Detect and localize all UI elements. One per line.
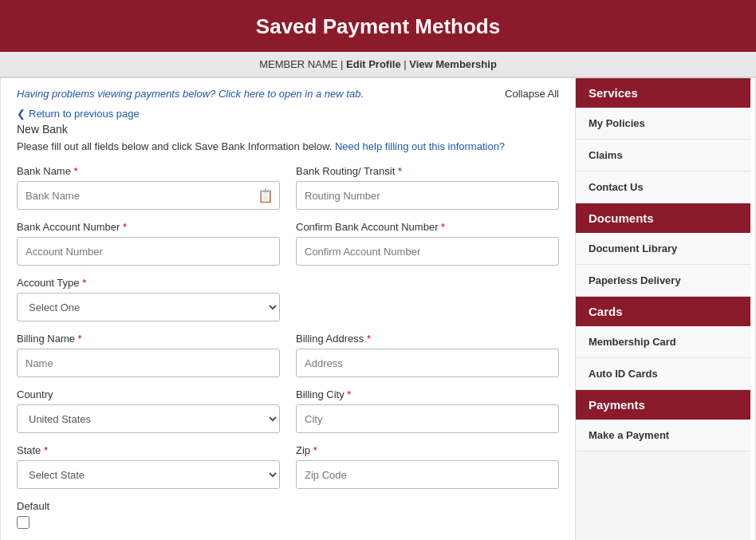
state-group: State * Select State Alabama Alaska Ariz… bbox=[17, 444, 280, 489]
default-group: Default bbox=[17, 500, 559, 531]
info-link[interactable]: Having problems viewing payments below? … bbox=[17, 88, 364, 100]
member-name: MEMBER NAME bbox=[259, 58, 337, 70]
sidebar-section-payments: Payments bbox=[576, 390, 750, 420]
required-marker-confirm: * bbox=[441, 221, 445, 233]
form-row-2: Bank Account Number * Confirm Bank Accou… bbox=[17, 221, 559, 266]
required-marker-routing: * bbox=[398, 165, 402, 177]
edit-profile-link[interactable]: Edit Profile bbox=[346, 58, 401, 70]
sidebar-item-membership-card[interactable]: Membership Card bbox=[576, 326, 750, 358]
routing-input[interactable] bbox=[296, 181, 559, 210]
billing-name-label: Billing Name * bbox=[17, 333, 280, 345]
billing-city-label: Billing City * bbox=[296, 388, 559, 400]
view-membership-link[interactable]: View Membership bbox=[409, 58, 497, 70]
account-type-group: Account Type * Select One Checking Savin… bbox=[17, 277, 280, 321]
bank-name-label: Bank Name * bbox=[17, 165, 280, 177]
required-marker-type: * bbox=[82, 277, 86, 289]
required-marker: * bbox=[74, 165, 78, 177]
required-marker-zip: * bbox=[313, 444, 317, 456]
billing-name-group: Billing Name * bbox=[17, 333, 280, 377]
fill-instructions: Please fill out all fields below and cli… bbox=[17, 140, 559, 152]
page-header: Saved Payment Methods bbox=[0, 0, 756, 52]
confirm-account-input[interactable] bbox=[296, 237, 559, 266]
sidebar: Services My Policies Claims Contact Us D… bbox=[575, 78, 750, 540]
form-row-3: Account Type * Select One Checking Savin… bbox=[17, 277, 559, 321]
sidebar-item-contact-us[interactable]: Contact Us bbox=[576, 171, 750, 203]
required-marker-city: * bbox=[347, 388, 351, 400]
billing-name-input[interactable] bbox=[17, 349, 280, 377]
zip-group: Zip * bbox=[296, 444, 559, 489]
sidebar-item-auto-id-cards[interactable]: Auto ID Cards bbox=[576, 358, 750, 390]
collapse-all-link[interactable]: Collapse All bbox=[505, 88, 559, 100]
account-number-input[interactable] bbox=[17, 237, 280, 266]
top-bar: Having problems viewing payments below? … bbox=[17, 88, 559, 100]
country-select[interactable]: United States Canada bbox=[17, 404, 280, 433]
required-marker-baddress: * bbox=[367, 333, 371, 345]
default-checkbox[interactable] bbox=[17, 516, 30, 529]
form-row-5: Country United States Canada Billing Cit… bbox=[17, 388, 559, 433]
routing-label: Bank Routing/ Transit * bbox=[296, 165, 559, 177]
bank-name-group: Bank Name * 📋 bbox=[17, 165, 280, 210]
account-type-select[interactable]: Select One Checking Savings bbox=[17, 293, 280, 321]
page-title: Saved Payment Methods bbox=[0, 14, 756, 39]
zip-input[interactable] bbox=[296, 460, 559, 489]
state-select[interactable]: Select State Alabama Alaska Arizona Cali… bbox=[17, 460, 280, 489]
new-bank-label: New Bank bbox=[17, 123, 559, 136]
billing-city-group: Billing City * bbox=[296, 388, 559, 433]
billing-city-input[interactable] bbox=[296, 404, 559, 433]
state-label: State * bbox=[17, 444, 280, 456]
help-link[interactable]: Need help filling out this information? bbox=[335, 140, 505, 152]
required-marker-bname: * bbox=[78, 333, 82, 345]
confirm-account-label: Confirm Bank Account Number * bbox=[296, 221, 559, 233]
sidebar-section-cards: Cards bbox=[576, 297, 750, 326]
account-type-spacer bbox=[296, 277, 559, 321]
billing-address-group: Billing Address * bbox=[296, 333, 559, 377]
default-label: Default bbox=[17, 500, 559, 512]
sidebar-item-paperless-delivery[interactable]: Paperless Delivery bbox=[576, 265, 750, 297]
form-row-1: Bank Name * 📋 Bank Routing/ Transit * bbox=[17, 165, 559, 210]
confirm-account-group: Confirm Bank Account Number * bbox=[296, 221, 559, 266]
chevron-left-icon: ❮ bbox=[17, 108, 26, 120]
form-row-6: State * Select State Alabama Alaska Ariz… bbox=[17, 444, 559, 489]
form-row-4: Billing Name * Billing Address * bbox=[17, 333, 559, 377]
sidebar-section-services: Services bbox=[576, 78, 750, 108]
content-area: Having problems viewing payments below? … bbox=[1, 78, 575, 540]
account-number-group: Bank Account Number * bbox=[17, 221, 280, 266]
bank-name-input-wrapper: 📋 bbox=[17, 181, 280, 210]
required-marker-state: * bbox=[44, 444, 48, 456]
billing-address-label: Billing Address * bbox=[296, 333, 559, 345]
sidebar-section-documents: Documents bbox=[576, 203, 750, 233]
sidebar-item-document-library[interactable]: Document Library bbox=[576, 233, 750, 265]
sidebar-item-make-a-payment[interactable]: Make a Payment bbox=[576, 420, 750, 451]
routing-group: Bank Routing/ Transit * bbox=[296, 165, 559, 210]
required-marker-account: * bbox=[123, 221, 127, 233]
zip-label: Zip * bbox=[296, 444, 559, 456]
back-link[interactable]: ❮ Return to previous page bbox=[17, 108, 559, 120]
separator-1: | bbox=[341, 58, 346, 70]
bank-name-input[interactable] bbox=[17, 181, 280, 210]
country-label: Country bbox=[17, 388, 280, 400]
sidebar-item-my-policies[interactable]: My Policies bbox=[576, 108, 750, 140]
sidebar-item-claims[interactable]: Claims bbox=[576, 140, 750, 171]
bank-form: Bank Name * 📋 Bank Routing/ Transit * bbox=[17, 165, 559, 540]
account-type-label: Account Type * bbox=[17, 277, 280, 289]
sub-header: MEMBER NAME | Edit Profile | View Member… bbox=[0, 52, 756, 77]
country-group: Country United States Canada bbox=[17, 388, 280, 433]
account-number-label: Bank Account Number * bbox=[17, 221, 280, 233]
billing-address-input[interactable] bbox=[296, 349, 559, 377]
